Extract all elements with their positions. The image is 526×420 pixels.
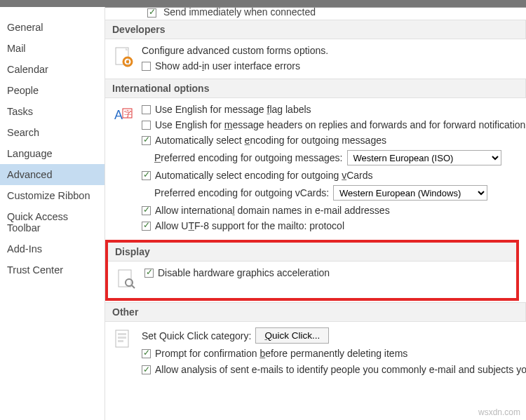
international-icon: A字 bbox=[112, 105, 135, 128]
svg-rect-6 bbox=[119, 270, 131, 287]
label-send-immediately: Send immediately when connected bbox=[163, 7, 316, 18]
label-show-addin: Show add-in user interface errors bbox=[155, 60, 300, 72]
forms-text: Configure advanced custom forms options. bbox=[142, 45, 328, 56]
label-prompt-delete: Prompt for confirmation before permanent… bbox=[155, 348, 407, 359]
label-pref-out: Preferred encoding for outgoing messages… bbox=[154, 152, 343, 163]
svg-text:A: A bbox=[114, 108, 123, 122]
checkbox-disable-hw-accel[interactable] bbox=[144, 269, 154, 278]
checkbox-send-immediately[interactable] bbox=[147, 8, 156, 18]
label-intl-domain: Allow international domain names in e-ma… bbox=[155, 205, 390, 216]
sidebar-item-advanced[interactable]: Advanced bbox=[0, 164, 104, 185]
label-auto-vcard: Automatically select encoding for outgoi… bbox=[155, 170, 373, 181]
checkbox-show-addin[interactable] bbox=[142, 62, 151, 71]
svg-rect-12 bbox=[118, 340, 123, 342]
label-quick-click: Set Quick Click category: bbox=[142, 330, 251, 341]
checkbox-prompt-delete[interactable] bbox=[142, 349, 151, 358]
checkbox-allow-analysis[interactable] bbox=[142, 365, 151, 374]
sidebar-item-people[interactable]: People bbox=[0, 80, 104, 101]
svg-point-2 bbox=[126, 60, 130, 64]
select-pref-out[interactable]: Western European (ISO) bbox=[347, 150, 501, 165]
svg-line-8 bbox=[132, 285, 135, 288]
sidebar-item-calendar[interactable]: Calendar bbox=[0, 59, 104, 80]
select-pref-vcard[interactable]: Western European (Windows) bbox=[333, 185, 487, 201]
checkbox-auto-out[interactable] bbox=[142, 136, 151, 145]
svg-text:字: 字 bbox=[124, 109, 132, 118]
display-icon bbox=[115, 269, 137, 291]
svg-rect-10 bbox=[118, 333, 126, 335]
display-highlight-box: Display Disable hardware graphics accele… bbox=[105, 240, 519, 301]
top-cut-row: Send immediately when connected bbox=[105, 7, 526, 20]
content-pane: Send immediately when connected Develope… bbox=[105, 7, 526, 420]
section-header-developers: Developers bbox=[105, 20, 526, 39]
sidebar-item-tasks[interactable]: Tasks bbox=[0, 101, 104, 122]
svg-rect-11 bbox=[118, 337, 126, 339]
forms-icon bbox=[112, 46, 135, 69]
other-icon bbox=[112, 329, 135, 351]
checkbox-flag-labels[interactable] bbox=[142, 105, 151, 114]
label-auto-out: Automatically select encoding for outgoi… bbox=[155, 135, 386, 146]
section-header-display: Display bbox=[108, 243, 516, 262]
label-flag: Use English for message flag labels bbox=[155, 104, 311, 115]
sidebar: GeneralMailCalendarPeopleTasksSearchLang… bbox=[0, 7, 105, 420]
section-header-international: International options bbox=[105, 79, 526, 98]
sidebar-item-customize-ribbon[interactable]: Customize Ribbon bbox=[0, 185, 104, 206]
sidebar-item-mail[interactable]: Mail bbox=[0, 38, 104, 59]
label-pref-vcard: Preferred encoding for outgoing vCards: bbox=[154, 187, 329, 198]
sidebar-item-language[interactable]: Language bbox=[0, 143, 104, 164]
label-utf8: Allow UTF-8 support for the mailto: prot… bbox=[155, 220, 344, 231]
titlebar bbox=[0, 0, 526, 7]
sidebar-item-general[interactable]: General bbox=[0, 17, 104, 38]
sidebar-item-search[interactable]: Search bbox=[0, 122, 104, 143]
section-header-other: Other bbox=[105, 302, 526, 322]
label-headers: Use English for message headers on repli… bbox=[155, 119, 525, 130]
sidebar-item-quick-access-toolbar[interactable]: Quick Access Toolbar bbox=[0, 206, 104, 238]
watermark: wsxdn.com bbox=[478, 407, 520, 417]
checkbox-headers[interactable] bbox=[142, 121, 151, 130]
checkbox-utf8[interactable] bbox=[142, 222, 151, 231]
quick-click-button[interactable]: Quick Click... bbox=[255, 327, 329, 344]
checkbox-intl-domain[interactable] bbox=[142, 206, 151, 215]
label-disable-hw-accel: Disable hardware graphics acceleration bbox=[158, 267, 330, 278]
sidebar-item-add-ins[interactable]: Add-Ins bbox=[0, 238, 104, 259]
label-allow-analysis: Allow analysis of sent e-mails to identi… bbox=[155, 363, 526, 377]
checkbox-auto-vcard[interactable] bbox=[142, 171, 151, 180]
sidebar-item-trust-center[interactable]: Trust Center bbox=[0, 259, 104, 280]
